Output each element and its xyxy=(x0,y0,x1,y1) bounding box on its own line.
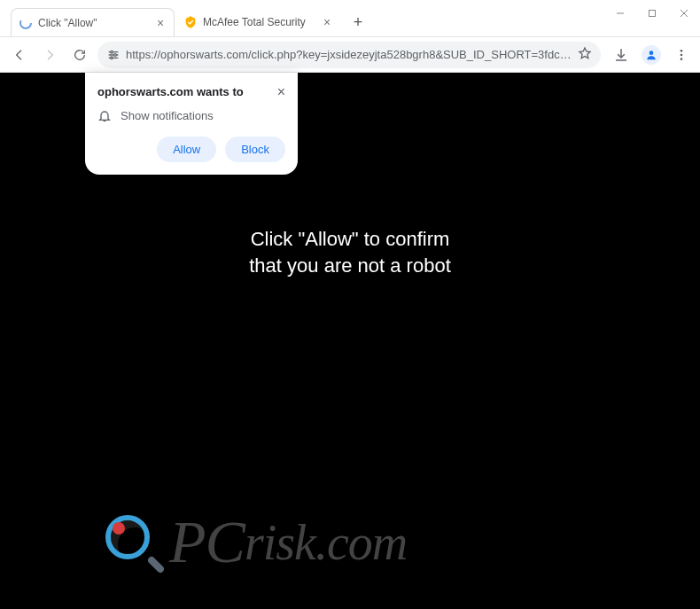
toolbar: https://ophorswarts.com/click.php?key=jx… xyxy=(0,37,700,73)
watermark-logo: PCrisk.com xyxy=(102,507,407,577)
svg-point-0 xyxy=(20,18,31,28)
titlebar: Click "Allow" × McAfee Total Security × … xyxy=(0,0,700,37)
bell-icon xyxy=(97,108,112,122)
notification-permission-prompt: ophorswarts.com wants to × Show notifica… xyxy=(85,73,298,175)
message-line-2: that you are not a robot xyxy=(0,253,700,279)
reload-button[interactable] xyxy=(67,43,92,67)
menu-icon[interactable] xyxy=(670,43,693,66)
svg-point-9 xyxy=(114,53,117,56)
window-controls xyxy=(604,0,700,27)
address-bar[interactable]: https://ophorswarts.com/click.php?key=jx… xyxy=(97,42,601,68)
url-text: https://ophorswarts.com/click.php?key=jx… xyxy=(126,48,572,61)
tab-strip: Click "Allow" × McAfee Total Security × … xyxy=(0,0,700,36)
new-tab-button[interactable]: + xyxy=(346,10,370,35)
back-button[interactable] xyxy=(7,43,32,67)
close-tab-icon[interactable]: × xyxy=(321,16,333,28)
watermark-c: C xyxy=(206,507,245,577)
svg-rect-2 xyxy=(649,11,656,17)
forward-button[interactable] xyxy=(37,43,62,67)
watermark-rest: risk.com xyxy=(245,514,407,571)
downloads-icon[interactable] xyxy=(610,43,633,66)
block-button[interactable]: Block xyxy=(225,137,285,162)
close-window-button[interactable] xyxy=(668,0,700,27)
close-icon[interactable]: × xyxy=(277,85,285,99)
svg-point-11 xyxy=(649,51,654,55)
svg-point-12 xyxy=(681,50,683,52)
message-line-1: Click "Allow" to confirm xyxy=(0,226,700,253)
allow-button[interactable]: Allow xyxy=(157,137,216,162)
svg-point-13 xyxy=(681,53,683,56)
mcafee-icon xyxy=(183,15,198,29)
magnifier-icon xyxy=(102,511,164,574)
maximize-button[interactable] xyxy=(636,0,668,27)
watermark-p: P xyxy=(169,507,206,577)
bookmark-icon[interactable] xyxy=(578,46,592,63)
site-settings-icon[interactable] xyxy=(106,48,121,62)
tab-title: McAfee Total Security xyxy=(203,16,321,28)
toolbar-right xyxy=(606,43,693,66)
page-message: Click "Allow" to confirm that you are no… xyxy=(0,226,700,278)
page-content: ophorswarts.com wants to × Show notifica… xyxy=(0,73,700,609)
svg-point-14 xyxy=(681,58,683,60)
tab-active[interactable]: Click "Allow" × xyxy=(11,8,175,36)
minimize-button[interactable] xyxy=(604,0,636,27)
close-tab-icon[interactable]: × xyxy=(154,17,167,29)
tab-inactive[interactable]: McAfee Total Security × xyxy=(176,8,340,36)
svg-point-8 xyxy=(111,51,113,53)
prompt-permission-label: Show notifications xyxy=(121,109,214,122)
prompt-title: ophorswarts.com wants to xyxy=(97,85,244,98)
profile-button[interactable] xyxy=(640,43,663,66)
tab-title: Click "Allow" xyxy=(38,17,154,29)
svg-point-10 xyxy=(111,57,113,59)
loading-icon xyxy=(19,16,33,30)
